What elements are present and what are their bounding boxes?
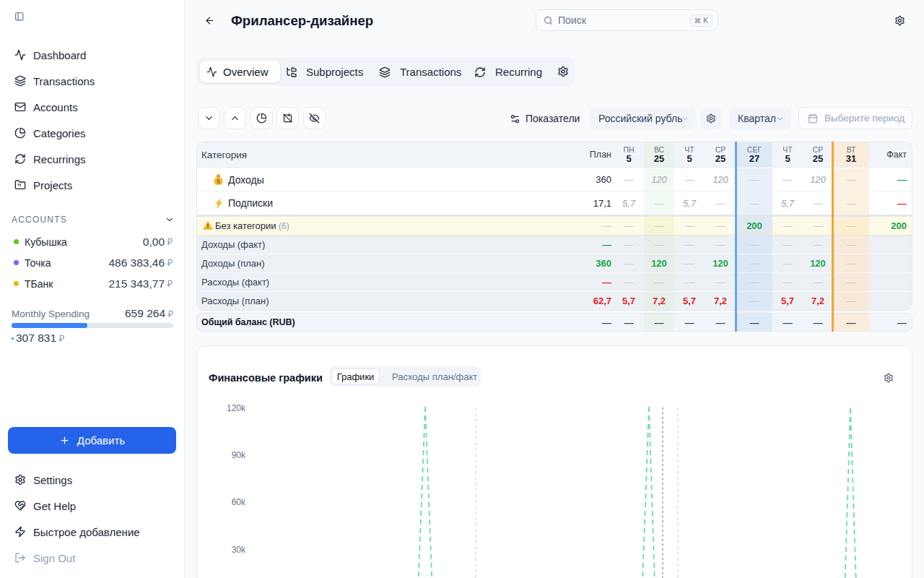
svg-text:$: $ — [217, 178, 220, 185]
